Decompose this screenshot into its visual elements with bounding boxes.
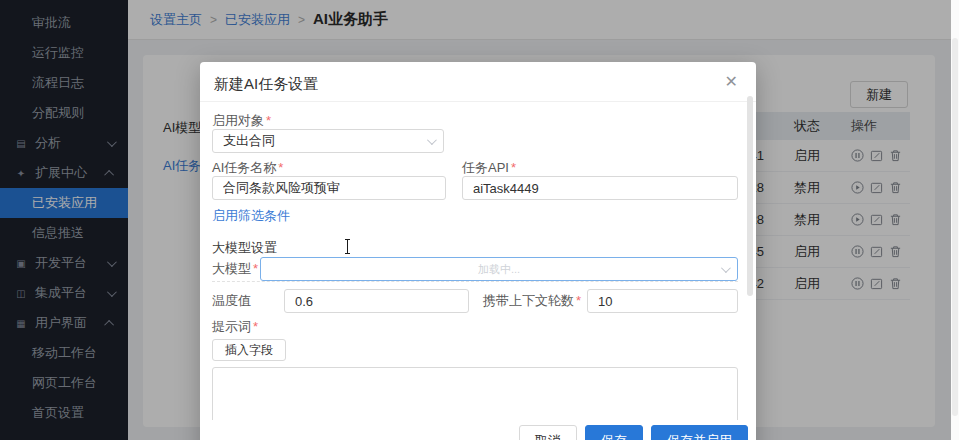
scrollbar-thumb[interactable] xyxy=(952,38,958,416)
new-ai-task-modal: 新建AI任务设置 ✕ 启用对象* 支出合同 AI任务名称* 任务API* xyxy=(200,62,756,440)
save-and-enable-button[interactable]: 保存并启用 xyxy=(651,425,748,440)
model-label: 大模型* xyxy=(212,260,260,278)
page-scrollbar[interactable] xyxy=(951,0,959,440)
required-mark: * xyxy=(266,113,271,128)
required-mark: * xyxy=(253,261,258,276)
enable-filter-link[interactable]: 启用筛选条件 xyxy=(212,207,738,225)
enable-target-select[interactable]: 支出合同 xyxy=(212,129,444,153)
enable-target-label: 启用对象* xyxy=(212,112,738,129)
modal-footer: 取消 保存 保存并启用 xyxy=(200,420,756,440)
task-api-input[interactable] xyxy=(462,176,738,200)
model-settings-section-title: 大模型设置 xyxy=(212,239,738,257)
temperature-label: 温度值 xyxy=(212,292,284,310)
temperature-input[interactable] xyxy=(284,289,469,313)
task-api-label: 任务API* xyxy=(462,159,738,176)
task-name-label: AI任务名称* xyxy=(212,159,446,176)
divider xyxy=(212,281,738,282)
model-loading-text: 加载中... xyxy=(261,262,737,277)
modal-body: 启用对象* 支出合同 AI任务名称* 任务API* 启用筛选条件 大模型设置 xyxy=(200,102,756,440)
chevron-down-icon xyxy=(427,135,437,145)
save-button[interactable]: 保存 xyxy=(585,425,643,440)
cancel-button[interactable]: 取消 xyxy=(519,425,577,440)
modal-header: 新建AI任务设置 ✕ xyxy=(200,62,756,102)
required-mark: * xyxy=(576,293,581,308)
text-cursor xyxy=(344,239,351,254)
modal-scrollbar[interactable] xyxy=(747,96,753,296)
required-mark: * xyxy=(511,160,516,175)
insert-field-button[interactable]: 插入字段 xyxy=(212,339,286,361)
context-rounds-input[interactable] xyxy=(587,289,738,313)
close-icon[interactable]: ✕ xyxy=(725,74,738,90)
required-mark: * xyxy=(253,319,258,334)
required-mark: * xyxy=(278,160,283,175)
task-name-input[interactable] xyxy=(212,176,446,200)
prompt-label: 提示词* xyxy=(212,318,738,335)
model-select[interactable]: 加载中... xyxy=(260,257,738,281)
modal-title: 新建AI任务设置 xyxy=(214,75,318,92)
context-rounds-label: 携带上下文轮数* xyxy=(483,292,581,310)
